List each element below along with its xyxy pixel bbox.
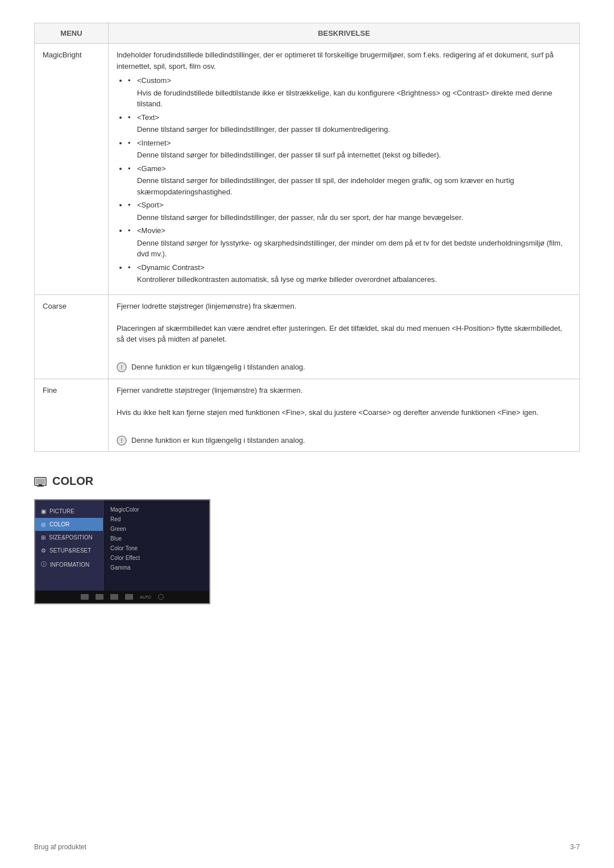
svg-point-2 [121,368,122,369]
item-internet-desc: Denne tilstand sørger for billedindstill… [137,149,571,161]
fine-desc2: Hvis du ikke helt kan fjerne støjen med … [117,407,571,418]
fine-desc1: Fjerner vandrette støjstreger (linjemøns… [117,385,571,396]
content-item-color-tone: Color Tone [110,543,202,553]
list-item: <Text> Denne tilstand sørger for billedi… [128,112,571,135]
item-dyncontrast-desc: Kontrollerer billedkontrasten automatisk… [137,274,571,285]
analog-icon-fine [117,435,127,446]
item-game-title: <Game> [137,163,571,175]
col-header-beskrivelse: BESKRIVELSE [109,23,580,44]
coarse-analog-note: Denne funktion er kun tilgængelig i tils… [117,362,571,373]
fine-analog-note: Denne funktion er kun tilgængelig i tils… [117,435,571,446]
sidebar-item-setup-reset: ⚙ SETUP&RESET [35,544,103,557]
list-item: <Internet> Denne tilstand sørger for bil… [128,138,571,161]
footer-right: 3-7 [570,843,580,851]
content-item-magiccolor: MagicColor [110,505,202,514]
list-item: <Custom> Hvis de forudindstillede billed… [128,75,571,110]
table-row: Fine Fjerner vandrette støjstreger (linj… [35,379,580,452]
svg-rect-7 [36,479,45,484]
item-internet-title: <Internet> [137,138,571,149]
magicbright-intro: Indeholder forudindstillede billedindsti… [117,51,554,70]
color-icon: ◎ [41,521,46,528]
information-label: INFORMATION [50,562,89,568]
setup-reset-label: SETUP&RESET [49,547,91,554]
fine-analog-text: Denne funktion er kun tilgængelig i tils… [131,435,305,446]
col-header-menu: MENU [35,23,109,44]
magicbright-list: <Custom> Hvis de forudindstillede billed… [117,75,571,285]
monitor-mockup: ▣ PICTURE ◎ COLOR ⊞ SIZE&POSITION ⚙ SETU… [34,499,210,604]
monitor-inner: ▣ PICTURE ◎ COLOR ⊞ SIZE&POSITION ⚙ SETU… [35,500,209,591]
item-movie-title: <Movie> [137,225,571,236]
monitor-btn-up [110,594,118,600]
footer: Brug af produktet 3-7 [34,843,580,851]
content-item-gamma: Gamma [110,563,202,572]
item-sport-desc: Denne tilstand sørger for billedindstill… [137,212,571,223]
sidebar-item-color: ◎ COLOR [35,518,103,531]
svg-point-5 [121,442,122,443]
analog-icon [117,362,127,372]
svg-rect-8 [39,484,42,486]
monitor-content: MagicColor Red Green Blue Color Tone Col… [103,500,209,591]
svg-rect-9 [37,486,44,487]
menu-cell-coarse: Coarse [35,294,109,379]
list-item: <Sport> Denne tilstand sørger for billed… [128,200,571,223]
main-table: MENU BESKRIVELSE MagicBright Indeholder … [34,23,580,452]
content-item-green: Green [110,524,202,534]
list-item: <Movie> Denne tilstand sørger for lyssty… [128,225,571,260]
monitor-btn-right [125,594,133,600]
desc-cell-fine: Fjerner vandrette støjstreger (linjemøns… [109,379,580,452]
coarse-analog-text: Denne funktion er kun tilgængelig i tils… [131,362,305,373]
monitor-btn-left [81,594,89,600]
coarse-desc1: Fjerner lodrette støjstreger (linjemønst… [117,301,571,312]
list-item: <Dynamic Contrast> Kontrollerer billedko… [128,262,571,285]
information-icon: ⓘ [41,560,47,568]
monitor-bottom-bar: AUTO [35,591,209,603]
item-custom-desc: Hvis de forudindstillede billedtilstande… [137,88,571,110]
coarse-desc2: Placeringen af skærmbilledet kan være æn… [117,323,571,345]
size-position-label: SIZE&POSITION [49,534,93,541]
color-section-icon [34,476,47,487]
menu-cell-magicbright: MagicBright [35,44,109,295]
item-game-desc: Denne tilstand sørger for billedindstill… [137,175,571,197]
sidebar-item-picture: ▣ PICTURE [35,505,103,518]
footer-left: Brug af produktet [34,843,86,851]
picture-icon: ▣ [41,508,46,514]
size-position-icon: ⊞ [41,534,45,541]
menu-cell-fine: Fine [35,379,109,452]
monitor-btn-down [96,594,103,600]
content-item-blue: Blue [110,534,202,543]
picture-label: PICTURE [49,508,74,514]
monitor-btn-auto: AUTO [140,595,151,599]
monitor-btn-power [158,594,164,600]
sidebar-item-information: ⓘ INFORMATION [35,557,103,572]
desc-cell-coarse: Fjerner lodrette støjstreger (linjemønst… [109,294,580,379]
sidebar-item-size-position: ⊞ SIZE&POSITION [35,531,103,544]
monitor-sidebar: ▣ PICTURE ◎ COLOR ⊞ SIZE&POSITION ⚙ SETU… [35,500,103,591]
color-section: COLOR ▣ PICTURE ◎ COLOR ⊞ SIZE&POSITION [34,475,580,604]
item-text-desc: Denne tilstand sørger for billedindstill… [137,124,571,135]
list-item: <Game> Denne tilstand sørger for billedi… [128,163,571,198]
content-item-red: Red [110,514,202,524]
item-custom-title: <Custom> [137,75,571,86]
content-item-color-effect: Color Effect [110,553,202,563]
color-section-title: COLOR [52,475,93,488]
table-row: Coarse Fjerner lodrette støjstreger (lin… [35,294,580,379]
item-sport-title: <Sport> [137,200,571,211]
desc-cell-magicbright: Indeholder forudindstillede billedindsti… [109,44,580,295]
setup-reset-icon: ⚙ [41,547,46,554]
item-movie-desc: Denne tilstand sørger for lysstyrke- og … [137,238,571,260]
table-row: MagicBright Indeholder forudindstillede … [35,44,580,295]
item-dyncontrast-title: <Dynamic Contrast> [137,262,571,273]
color-label: COLOR [49,521,70,528]
color-heading: COLOR [34,475,580,488]
item-text-title: <Text> [137,112,571,123]
